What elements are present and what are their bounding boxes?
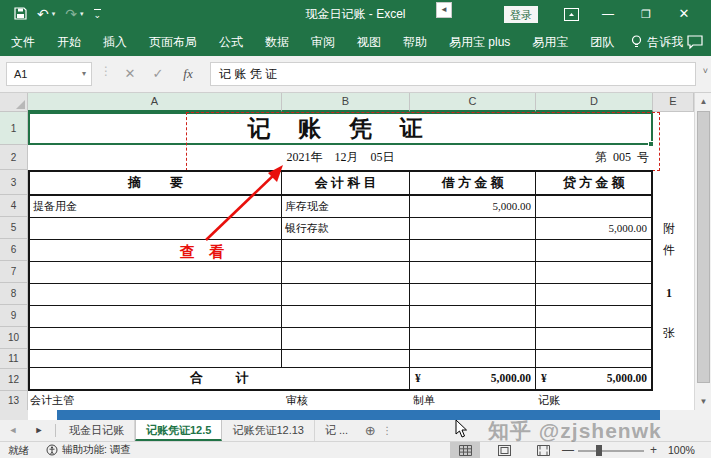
cell-credit[interactable] — [536, 350, 651, 368]
column-header-b[interactable]: B — [282, 93, 410, 112]
cell-summary[interactable] — [30, 262, 282, 284]
total-label-cell[interactable]: 合 计 — [30, 368, 410, 389]
cell-account[interactable] — [282, 240, 410, 262]
signoff-preparer[interactable]: 制单 — [413, 393, 435, 408]
tab-file[interactable]: 文件 — [0, 28, 46, 56]
signoff-bookkeeper[interactable]: 记账 — [538, 393, 560, 408]
cell-debit[interactable] — [410, 218, 536, 240]
cell-summary[interactable] — [30, 306, 282, 328]
cell-credit[interactable] — [536, 240, 651, 262]
column-header-e[interactable]: E — [653, 93, 694, 112]
sheet-nav-right-icon[interactable]: ► — [26, 420, 52, 441]
row-header-10[interactable]: 10 — [0, 327, 28, 349]
voucher-title-cell[interactable]: 记 账 凭 证 — [28, 112, 653, 145]
total-credit-cell[interactable]: ¥ 5,000.00 — [536, 368, 651, 389]
cell-credit[interactable]: 5,000.00 — [536, 218, 651, 240]
formula-input[interactable]: 记 账 凭 证 — [210, 62, 696, 86]
row-header-8[interactable]: 8 — [0, 283, 28, 305]
cell-account[interactable] — [282, 306, 410, 328]
cell-debit[interactable] — [410, 328, 536, 350]
tab-formulas[interactable]: 公式 — [208, 28, 254, 56]
tab-yiyongbao[interactable]: 易用宝 — [521, 28, 579, 56]
vertical-scroll-thumb[interactable] — [697, 111, 710, 383]
column-header-a[interactable]: A — [28, 93, 282, 112]
column-header-d[interactable]: D — [536, 93, 653, 112]
cell-summary[interactable] — [30, 218, 282, 240]
name-box-dropdown-icon[interactable]: ▾ — [82, 63, 86, 85]
zoom-in-icon[interactable]: + — [650, 443, 657, 457]
cell-credit[interactable] — [536, 262, 651, 284]
total-debit-cell[interactable]: ¥ 5,000.00 — [410, 368, 536, 389]
voucher-number-cell[interactable]: 第 005 号 — [595, 145, 649, 170]
cell-summary[interactable] — [30, 350, 282, 368]
cell-summary[interactable]: 提备用金 — [30, 196, 282, 218]
tab-data[interactable]: 数据 — [254, 28, 300, 56]
close-button[interactable]: ✕ — [674, 0, 694, 28]
header-account[interactable]: 会 计 科 目 — [282, 172, 410, 196]
sheet-tab-voucher-12-13[interactable]: 记账凭证12.13 — [222, 420, 315, 441]
comments-icon[interactable] — [687, 35, 703, 52]
cell-account[interactable] — [282, 328, 410, 350]
row-header-12[interactable]: 12 — [0, 369, 28, 391]
row-header-9[interactable]: 9 — [0, 305, 28, 327]
cell-account[interactable] — [282, 262, 410, 284]
cell-account[interactable]: 库存现金 — [282, 196, 410, 218]
ribbon-display-options-icon[interactable] — [564, 7, 579, 25]
cell-summary[interactable] — [30, 240, 282, 262]
cell-account[interactable]: 银行存款 — [282, 218, 410, 240]
cell-summary[interactable] — [30, 328, 282, 350]
name-box[interactable]: A1 ▾ — [6, 62, 92, 86]
vertical-scrollbar[interactable]: ▲ ▼ — [694, 93, 711, 410]
horizontal-scroll-left-icon[interactable]: ◄ — [436, 2, 452, 18]
tell-me-search[interactable]: 告诉我 — [625, 34, 689, 51]
signoff-manager[interactable]: 会计主管 — [30, 393, 74, 408]
cell-account[interactable] — [282, 284, 410, 306]
sign-in-button[interactable]: 登录 — [504, 6, 538, 23]
cell-debit[interactable] — [410, 350, 536, 368]
row-header-5[interactable]: 5 — [0, 217, 28, 239]
sheet-tab-voucher-12-5[interactable]: 记账凭证12.5 — [135, 420, 222, 441]
accessibility-status[interactable]: 辅助功能: 调查 — [46, 443, 131, 457]
row-header-6[interactable]: 6 — [0, 239, 28, 261]
cancel-icon[interactable]: ✕ — [120, 62, 140, 86]
tab-view[interactable]: 视图 — [346, 28, 392, 56]
voucher-date-cell[interactable]: 2021年 12月 05日 — [28, 145, 653, 170]
cell-summary[interactable] — [30, 284, 282, 306]
cell-debit[interactable] — [410, 306, 536, 328]
cell-debit[interactable] — [410, 284, 536, 306]
zoom-out-icon[interactable]: — — [562, 443, 574, 457]
cell-debit[interactable]: 5,000.00 — [410, 196, 536, 218]
cell-credit[interactable] — [536, 328, 651, 350]
row-header-1[interactable]: 1 — [0, 112, 28, 145]
signoff-reviewer[interactable]: 审核 — [286, 393, 308, 408]
cell-debit[interactable] — [410, 240, 536, 262]
row-header-4[interactable]: 4 — [0, 195, 28, 217]
cell-credit[interactable] — [536, 306, 651, 328]
tab-home[interactable]: 开始 — [46, 28, 92, 56]
header-summary[interactable]: 摘 要 — [30, 172, 282, 196]
tab-page-layout[interactable]: 页面布局 — [138, 28, 208, 56]
zoom-slider-track[interactable] — [578, 450, 644, 452]
row-header-3[interactable]: 3 — [0, 170, 28, 195]
header-debit[interactable]: 借 方 金 额 — [410, 172, 536, 196]
tab-yiyongbao-plus[interactable]: 易用宝 plus — [438, 28, 521, 56]
row-header-11[interactable]: 11 — [0, 349, 28, 369]
row-header-2[interactable]: 2 — [0, 145, 28, 170]
row-header-7[interactable]: 7 — [0, 261, 28, 283]
row-header-13[interactable]: 13 — [0, 391, 28, 410]
tab-help[interactable]: 帮助 — [392, 28, 438, 56]
column-header-c[interactable]: C — [410, 93, 536, 112]
cell-account[interactable] — [282, 350, 410, 368]
tab-team[interactable]: 团队 — [579, 28, 625, 56]
cell-credit[interactable] — [536, 196, 651, 218]
select-all-button[interactable] — [0, 93, 28, 112]
tab-insert[interactable]: 插入 — [92, 28, 138, 56]
enter-icon[interactable]: ✓ — [148, 62, 168, 86]
zoom-slider-thumb[interactable] — [596, 445, 602, 456]
minimize-button[interactable]: — — [598, 0, 618, 28]
zoom-level[interactable]: 100% — [668, 444, 695, 456]
sheet-tab-truncated[interactable]: 记 ... — [315, 420, 358, 441]
new-sheet-icon[interactable]: ⊕ — [358, 420, 382, 441]
cell-credit[interactable] — [536, 284, 651, 306]
maximize-button[interactable]: ❐ — [636, 0, 656, 28]
